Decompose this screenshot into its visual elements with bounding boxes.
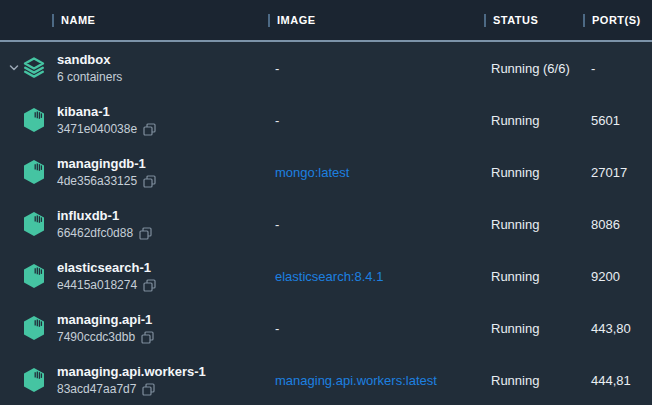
container-name: elasticsearch-1 bbox=[57, 260, 268, 275]
row-gutter bbox=[0, 250, 52, 302]
group-row[interactable]: sandbox6 containers-Running (6/6)- bbox=[0, 42, 652, 94]
container-id: e4415a018274 bbox=[57, 278, 268, 292]
row-gutter bbox=[0, 42, 52, 94]
container-box-icon bbox=[22, 211, 46, 237]
sub-label: 7490ccdc3dbb bbox=[57, 330, 135, 344]
sub-label: 66462dfc0d88 bbox=[57, 226, 133, 240]
image-value: - bbox=[268, 217, 484, 232]
container-count: 6 containers bbox=[57, 70, 268, 84]
column-divider bbox=[583, 14, 585, 27]
column-header-status: STATUS bbox=[484, 0, 583, 40]
table-header: NAME IMAGE STATUS PORT(S) bbox=[0, 0, 652, 42]
image-link[interactable]: elasticsearch:8.4.1 bbox=[268, 269, 484, 284]
container-name: managing.api.workers-1 bbox=[57, 364, 268, 379]
chevron-down-icon[interactable] bbox=[9, 65, 19, 72]
container-id: 3471e040038e bbox=[57, 122, 268, 136]
sub-label: e4415a018274 bbox=[57, 278, 137, 292]
container-id: 4de356a33125 bbox=[57, 174, 268, 188]
copy-icon[interactable] bbox=[143, 123, 156, 136]
containers-table: NAME IMAGE STATUS PORT(S) sandbox6 conta… bbox=[0, 0, 652, 405]
column-header-name: NAME bbox=[52, 0, 268, 40]
container-name: managingdb-1 bbox=[57, 156, 268, 171]
cell-name: kibana-13471e040038e bbox=[52, 104, 268, 136]
row-gutter bbox=[0, 94, 52, 146]
ports-value: 8086 bbox=[583, 217, 652, 232]
row-gutter bbox=[0, 198, 52, 250]
cell-name: managing.api.workers-183acd47aa7d7 bbox=[52, 364, 268, 396]
container-name: influxdb-1 bbox=[57, 208, 268, 223]
cell-name: sandbox6 containers bbox=[52, 52, 268, 84]
container-id: 7490ccdc3dbb bbox=[57, 330, 268, 344]
table-row[interactable]: elasticsearch-1e4415a018274 elasticsearc… bbox=[0, 250, 652, 302]
ports-value: 443,80 bbox=[583, 321, 652, 336]
cell-name: managingdb-14de356a33125 bbox=[52, 156, 268, 188]
status-value: Running bbox=[484, 113, 583, 128]
status-value: Running bbox=[484, 321, 583, 336]
header-gutter bbox=[0, 0, 52, 40]
copy-icon[interactable] bbox=[143, 279, 156, 292]
container-box-icon bbox=[22, 315, 46, 341]
ports-value: - bbox=[583, 61, 652, 76]
image-value: - bbox=[268, 321, 484, 336]
cell-name: elasticsearch-1e4415a018274 bbox=[52, 260, 268, 292]
container-box-icon bbox=[22, 107, 46, 133]
table-body: sandbox6 containers-Running (6/6)- kiban… bbox=[0, 42, 652, 405]
sub-label: 6 containers bbox=[57, 70, 122, 84]
image-value: - bbox=[268, 61, 484, 76]
status-value: Running bbox=[484, 217, 583, 232]
sub-label: 83acd47aa7d7 bbox=[57, 382, 136, 396]
column-divider bbox=[52, 14, 54, 27]
status-value: Running (6/6) bbox=[484, 61, 583, 76]
image-link[interactable]: managing.api.workers:latest bbox=[268, 373, 484, 388]
row-gutter bbox=[0, 302, 52, 354]
cell-name: influxdb-166462dfc0d88 bbox=[52, 208, 268, 240]
ports-value: 5601 bbox=[583, 113, 652, 128]
column-divider bbox=[268, 14, 270, 27]
cell-name: managing.api-17490ccdc3dbb bbox=[52, 312, 268, 344]
column-header-label: NAME bbox=[61, 14, 95, 26]
ports-value: 9200 bbox=[583, 269, 652, 284]
container-name: sandbox bbox=[57, 52, 268, 67]
table-row[interactable]: influxdb-166462dfc0d88 -Running8086 bbox=[0, 198, 652, 250]
container-name: kibana-1 bbox=[57, 104, 268, 119]
table-row[interactable]: kibana-13471e040038e -Running5601 bbox=[0, 94, 652, 146]
column-header-label: IMAGE bbox=[277, 14, 316, 26]
status-value: Running bbox=[484, 269, 583, 284]
layers-stack-icon bbox=[22, 56, 46, 80]
table-row[interactable]: managingdb-14de356a33125 mongo:latestRun… bbox=[0, 146, 652, 198]
copy-icon[interactable] bbox=[139, 227, 152, 240]
ports-value: 27017 bbox=[583, 165, 652, 180]
container-box-icon bbox=[22, 159, 46, 185]
row-gutter bbox=[0, 146, 52, 198]
container-name: managing.api-1 bbox=[57, 312, 268, 327]
column-header-label: PORT(S) bbox=[592, 14, 641, 26]
column-header-image: IMAGE bbox=[268, 0, 484, 40]
sub-label: 4de356a33125 bbox=[57, 174, 137, 188]
copy-icon[interactable] bbox=[143, 175, 156, 188]
container-id: 83acd47aa7d7 bbox=[57, 382, 268, 396]
ports-value: 444,81 bbox=[583, 373, 652, 388]
container-box-icon bbox=[22, 367, 46, 393]
container-id: 66462dfc0d88 bbox=[57, 226, 268, 240]
status-value: Running bbox=[484, 373, 583, 388]
copy-icon[interactable] bbox=[141, 331, 154, 344]
image-link[interactable]: mongo:latest bbox=[268, 165, 484, 180]
status-value: Running bbox=[484, 165, 583, 180]
column-header-ports: PORT(S) bbox=[583, 0, 652, 40]
row-gutter bbox=[0, 354, 52, 405]
table-row[interactable]: managing.api-17490ccdc3dbb -Running443,8… bbox=[0, 302, 652, 354]
container-box-icon bbox=[22, 263, 46, 289]
sub-label: 3471e040038e bbox=[57, 122, 137, 136]
image-value: - bbox=[268, 113, 484, 128]
column-header-label: STATUS bbox=[493, 14, 538, 26]
table-row[interactable]: managing.api.workers-183acd47aa7d7 manag… bbox=[0, 354, 652, 405]
column-divider bbox=[484, 14, 486, 27]
copy-icon[interactable] bbox=[142, 383, 155, 396]
